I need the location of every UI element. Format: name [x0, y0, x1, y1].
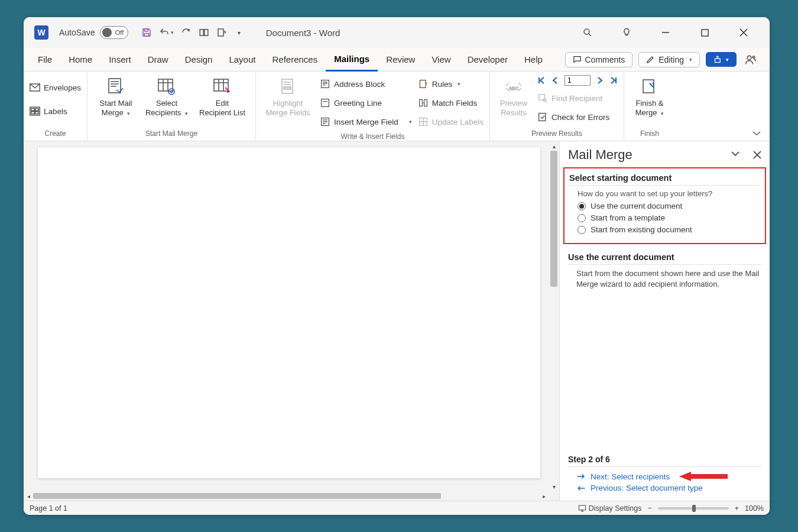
hscroll-thumb[interactable]: [33, 493, 441, 499]
option-from-template[interactable]: Start from a template: [578, 213, 760, 222]
edit-recipient-list-button[interactable]: EditRecipient List: [195, 74, 249, 117]
qat-customize-icon[interactable]: ▾: [231, 24, 248, 41]
next-record-icon[interactable]: [596, 76, 604, 85]
svg-rect-0: [144, 29, 148, 31]
zoom-level[interactable]: 100%: [745, 504, 764, 512]
editing-mode-button[interactable]: Editing▾: [638, 52, 700, 67]
title-bar: W AutoSave Off ▾ ▾ Document3 - Word: [24, 17, 770, 48]
match-fields-button[interactable]: Match Fields: [418, 94, 484, 112]
collapse-ribbon-icon[interactable]: [750, 72, 770, 141]
group-start-mail-merge: Start MailMerge ▾ SelectRecipients ▾ Edi…: [87, 72, 256, 141]
save-icon[interactable]: [138, 24, 155, 41]
word-app-icon: W: [34, 25, 48, 40]
tab-file[interactable]: File: [30, 48, 60, 72]
find-recipient-button[interactable]: Find Recipient: [537, 89, 618, 107]
tab-review[interactable]: Review: [378, 48, 423, 72]
tab-help[interactable]: Help: [516, 48, 551, 72]
redo-icon[interactable]: [177, 24, 195, 41]
tab-insert[interactable]: Insert: [100, 48, 140, 72]
last-record-icon[interactable]: [609, 76, 618, 85]
ribbon: Envelopes Labels Create Start MailMerge …: [24, 72, 770, 141]
page-indicator[interactable]: Page 1 of 1: [30, 504, 67, 512]
svg-rect-27: [424, 99, 427, 106]
prev-step-link[interactable]: Previous: Select document type: [576, 484, 761, 492]
highlight-merge-fields-button[interactable]: HighlightMerge Fields: [262, 74, 314, 117]
section-heading-1: Select starting document: [569, 173, 760, 186]
comments-button[interactable]: Comments: [565, 52, 633, 67]
tab-layout[interactable]: Layout: [220, 48, 264, 72]
start-mail-merge-button[interactable]: Start MailMerge ▾: [93, 74, 138, 117]
account-icon[interactable]: [742, 51, 759, 68]
envelopes-button[interactable]: Envelopes: [30, 79, 81, 96]
radio-icon: [578, 214, 586, 222]
horizontal-scrollbar[interactable]: ◂ ▸: [24, 491, 549, 501]
zoom-slider[interactable]: [658, 507, 729, 510]
svg-point-18: [168, 89, 174, 95]
next-step-link[interactable]: Next: Select recipients: [576, 472, 761, 481]
labels-button[interactable]: Labels: [30, 102, 81, 120]
close-button[interactable]: [733, 22, 754, 43]
svg-rect-34: [579, 505, 585, 510]
mail-merge-icon: [105, 76, 126, 98]
vertical-scrollbar[interactable]: ▴ ▾: [549, 141, 559, 491]
preview-results-button[interactable]: ABC PreviewResults: [496, 74, 531, 117]
option-existing-document[interactable]: Start from existing document: [578, 225, 760, 234]
greeting-line-button[interactable]: Greeting Line: [320, 94, 412, 112]
svg-rect-26: [419, 99, 422, 106]
tab-references[interactable]: References: [264, 48, 326, 72]
record-number-input[interactable]: [565, 75, 591, 86]
app-window: W AutoSave Off ▾ ▾ Document3 - Word File…: [24, 17, 770, 515]
document-title: Document3 - Word: [266, 28, 340, 38]
prev-record-icon[interactable]: [552, 76, 559, 85]
zoom-in-button[interactable]: +: [735, 504, 739, 512]
qat-icon-2[interactable]: [213, 24, 231, 41]
panel-dropdown-icon[interactable]: [731, 151, 740, 159]
search-icon[interactable]: [577, 22, 598, 43]
lightbulb-icon[interactable]: [616, 22, 637, 43]
share-icon: [713, 55, 722, 64]
display-settings-button[interactable]: Display Settings: [578, 504, 642, 512]
pencil-icon: [646, 55, 655, 64]
scroll-up-icon[interactable]: ▴: [549, 141, 559, 151]
vscroll-thumb[interactable]: [550, 151, 557, 287]
document-viewport: ▴ ▾ ◂ ▸: [24, 141, 559, 501]
tab-view[interactable]: View: [423, 48, 459, 72]
tab-mailings[interactable]: Mailings: [326, 48, 378, 72]
tab-home[interactable]: Home: [60, 48, 100, 72]
address-block-button[interactable]: Address Block: [320, 75, 412, 93]
autosave-toggle[interactable]: Off: [100, 26, 128, 39]
panel-close-icon[interactable]: [753, 151, 761, 159]
setup-question: How do you want to set up your letters?: [578, 189, 760, 198]
tab-design[interactable]: Design: [177, 48, 221, 72]
undo-dropdown-icon[interactable]: ▾: [171, 30, 174, 35]
scroll-left-icon[interactable]: ◂: [24, 491, 33, 501]
use-current-section: Use the current document Start from the …: [568, 252, 761, 290]
option-current-document[interactable]: Use the current document: [578, 202, 760, 210]
svg-point-9: [752, 56, 754, 58]
record-navigation: [537, 75, 618, 86]
zoom-out-button[interactable]: −: [647, 504, 651, 512]
ribbon-tabs: File Home Insert Draw Design Layout Refe…: [24, 48, 770, 72]
radio-icon: [578, 226, 586, 234]
select-recipients-button[interactable]: SelectRecipients ▾: [144, 74, 189, 117]
scroll-right-icon[interactable]: ▸: [539, 491, 549, 501]
arrow-left-icon: [576, 485, 586, 492]
tab-developer[interactable]: Developer: [459, 48, 516, 72]
svg-text:ABC: ABC: [509, 86, 519, 91]
scroll-down-icon[interactable]: ▾: [549, 482, 559, 491]
rules-button[interactable]: Rules▾: [418, 75, 484, 93]
finish-merge-button[interactable]: Finish &Merge ▾: [630, 74, 669, 117]
display-icon: [578, 504, 586, 512]
preview-icon: ABC: [503, 76, 524, 98]
tab-draw[interactable]: Draw: [140, 48, 177, 72]
greeting-icon: [320, 98, 330, 108]
insert-merge-field-button[interactable]: Insert Merge Field▾: [320, 113, 412, 131]
qat-icon-1[interactable]: [195, 24, 213, 41]
share-button[interactable]: ▾: [706, 52, 737, 67]
check-errors-button[interactable]: Check for Errors: [537, 108, 618, 126]
maximize-button[interactable]: [694, 22, 715, 43]
minimize-button[interactable]: [655, 22, 676, 43]
first-record-icon[interactable]: [537, 76, 546, 85]
document-page[interactable]: [38, 147, 540, 478]
update-labels-button[interactable]: Update Labels: [418, 113, 484, 131]
